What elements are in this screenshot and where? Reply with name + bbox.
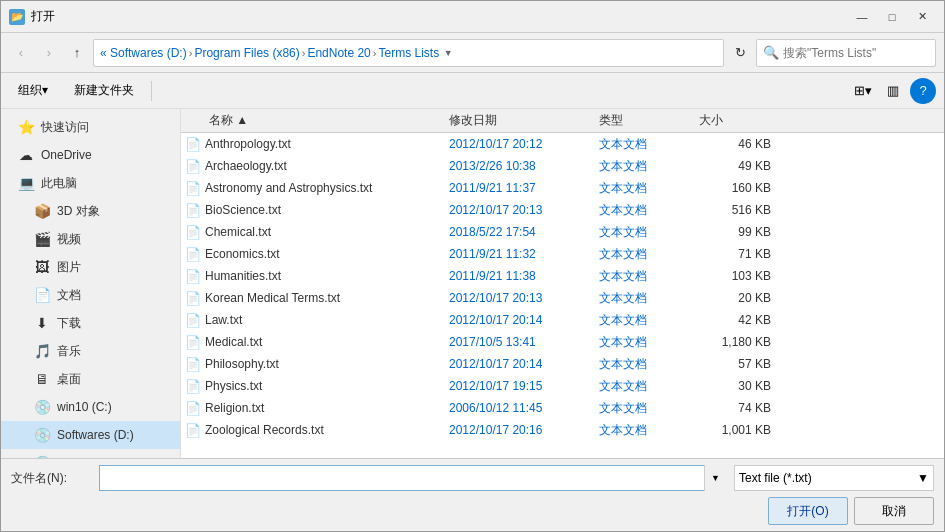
file-name: Medical.txt [205,335,445,349]
sidebar-item-documents-f[interactable]: 💿 Documents (F:) [1,449,180,458]
file-icon: 📄 [185,290,201,306]
file-type: 文本文档 [595,136,695,153]
breadcrumb-item: Program Files (x86) [194,46,299,60]
up-button[interactable]: ↑ [65,41,89,65]
file-size: 74 KB [695,401,775,415]
toolbar-right: ⊞▾ ▥ ? [850,78,936,104]
new-folder-button[interactable]: 新建文件夹 [65,78,143,104]
minimize-button[interactable]: — [848,6,876,28]
table-row[interactable]: 📄 Law.txt 2012/10/17 20:14 文本文档 42 KB [181,309,944,331]
table-row[interactable]: 📄 Chemical.txt 2018/5/22 17:54 文本文档 99 K… [181,221,944,243]
sidebar-item-softwares[interactable]: 💿 Softwares (D:) [1,421,180,449]
filename-input[interactable] [99,465,726,491]
refresh-button[interactable]: ↻ [728,41,752,65]
file-type: 文本文档 [595,422,695,439]
file-icon: 📄 [185,180,201,196]
sidebar-item-label: OneDrive [41,148,92,162]
sidebar-item-this-pc[interactable]: 💻 此电脑 [1,169,180,197]
cancel-button[interactable]: 取消 [854,497,934,525]
help-button[interactable]: ? [910,78,936,104]
file-size: 46 KB [695,137,775,151]
filetype-select[interactable]: Text file (*.txt) ▼ [734,465,934,491]
sidebar-item-win10[interactable]: 💿 win10 (C:) [1,393,180,421]
table-row[interactable]: 📄 Philosophy.txt 2012/10/17 20:14 文本文档 5… [181,353,944,375]
table-row[interactable]: 📄 Religion.txt 2006/10/12 11:45 文本文档 74 … [181,397,944,419]
file-size: 1,001 KB [695,423,775,437]
sidebar-item-downloads[interactable]: ⬇ 下载 [1,309,180,337]
view-toggle-button[interactable]: ⊞▾ [850,78,876,104]
title-bar-controls: — □ ✕ [848,6,936,28]
filetype-select-wrap: Text file (*.txt) ▼ [734,465,934,491]
file-type: 文本文档 [595,312,695,329]
file-size: 71 KB [695,247,775,261]
file-size: 1,180 KB [695,335,775,349]
col-header-date[interactable]: 修改日期 [445,112,595,129]
file-icon: 📄 [185,202,201,218]
breadcrumb-item: Terms Lists [378,46,439,60]
sidebar-item-desktop[interactable]: 🖥 桌面 [1,365,180,393]
sidebar-item-music[interactable]: 🎵 音乐 [1,337,180,365]
panel-toggle-button[interactable]: ▥ [880,78,906,104]
file-icon: 📄 [185,378,201,394]
table-row[interactable]: 📄 Archaeology.txt 2013/2/26 10:38 文本文档 4… [181,155,944,177]
title-bar: 📂 打开 — □ ✕ [1,1,944,33]
sidebar-item-documents[interactable]: 📄 文档 [1,281,180,309]
sidebar-item-quick-access[interactable]: ⭐ 快速访问 [1,113,180,141]
file-name: Korean Medical Terms.txt [205,291,445,305]
sidebar-item-label: 下载 [57,315,81,332]
bottom-bar: 文件名(N): ▼ Text file (*.txt) ▼ 打开(O) 取消 [1,458,944,531]
col-header-size[interactable]: 大小 [695,112,775,129]
breadcrumb[interactable]: « Softwares (D:) › Program Files (x86) ›… [93,39,724,67]
sidebar-item-pictures[interactable]: 🖼 图片 [1,253,180,281]
downloads-icon: ⬇ [33,314,51,332]
file-icon: 📄 [185,136,201,152]
sidebar-item-3d-objects[interactable]: 📦 3D 对象 [1,197,180,225]
table-row[interactable]: 📄 Astronomy and Astrophysics.txt 2011/9/… [181,177,944,199]
breadcrumb-dropdown-button[interactable]: ▼ [439,44,457,62]
file-date: 2006/10/12 11:45 [445,401,595,415]
organize-button[interactable]: 组织▾ [9,78,57,104]
back-button[interactable]: ‹ [9,41,33,65]
file-name: Chemical.txt [205,225,445,239]
breadcrumb-item: « Softwares (D:) [100,46,187,60]
file-type: 文本文档 [595,400,695,417]
3d-objects-icon: 📦 [33,202,51,220]
search-input[interactable] [783,46,933,60]
sidebar-item-onedrive[interactable]: ☁ OneDrive [1,141,180,169]
col-header-name[interactable]: 名称 ▲ [205,112,445,129]
maximize-button[interactable]: □ [878,6,906,28]
file-size: 99 KB [695,225,775,239]
filename-dropdown-button[interactable]: ▼ [704,465,726,491]
col-header-type[interactable]: 类型 [595,112,695,129]
file-list-header: 名称 ▲ 修改日期 类型 大小 [181,109,944,133]
toolbar-separator [151,81,152,101]
sidebar-item-videos[interactable]: 🎬 视频 [1,225,180,253]
table-row[interactable]: 📄 Anthropology.txt 2012/10/17 20:12 文本文档… [181,133,944,155]
dialog-icon: 📂 [9,9,25,25]
sidebar-item-label: 视频 [57,231,81,248]
open-dialog: 📂 打开 — □ ✕ ‹ › ↑ « Softwares (D:) › Prog… [0,0,945,532]
quick-access-icon: ⭐ [17,118,35,136]
table-row[interactable]: 📄 Humanities.txt 2011/9/21 11:38 文本文档 10… [181,265,944,287]
table-row[interactable]: 📄 Korean Medical Terms.txt 2012/10/17 20… [181,287,944,309]
table-row[interactable]: 📄 BioScience.txt 2012/10/17 20:13 文本文档 5… [181,199,944,221]
file-icon: 📄 [185,422,201,438]
file-size: 160 KB [695,181,775,195]
table-row[interactable]: 📄 Physics.txt 2012/10/17 19:15 文本文档 30 K… [181,375,944,397]
file-date: 2017/10/5 13:41 [445,335,595,349]
table-row[interactable]: 📄 Economics.txt 2011/9/21 11:32 文本文档 71 … [181,243,944,265]
filename-input-wrap: ▼ [99,465,726,491]
videos-icon: 🎬 [33,230,51,248]
file-list-container: 名称 ▲ 修改日期 类型 大小 📄 Anthropology.txt 2012/… [181,109,944,458]
close-button[interactable]: ✕ [908,6,936,28]
open-button[interactable]: 打开(O) [768,497,848,525]
softwares-icon: 💿 [33,426,51,444]
toolbar: 组织▾ 新建文件夹 ⊞▾ ▥ ? [1,73,944,109]
dialog-title: 打开 [31,8,848,25]
table-row[interactable]: 📄 Zoological Records.txt 2012/10/17 20:1… [181,419,944,441]
table-row[interactable]: 📄 Medical.txt 2017/10/5 13:41 文本文档 1,180… [181,331,944,353]
file-date: 2018/5/22 17:54 [445,225,595,239]
win10-icon: 💿 [33,398,51,416]
sort-arrow: ▲ [236,113,248,127]
forward-button[interactable]: › [37,41,61,65]
